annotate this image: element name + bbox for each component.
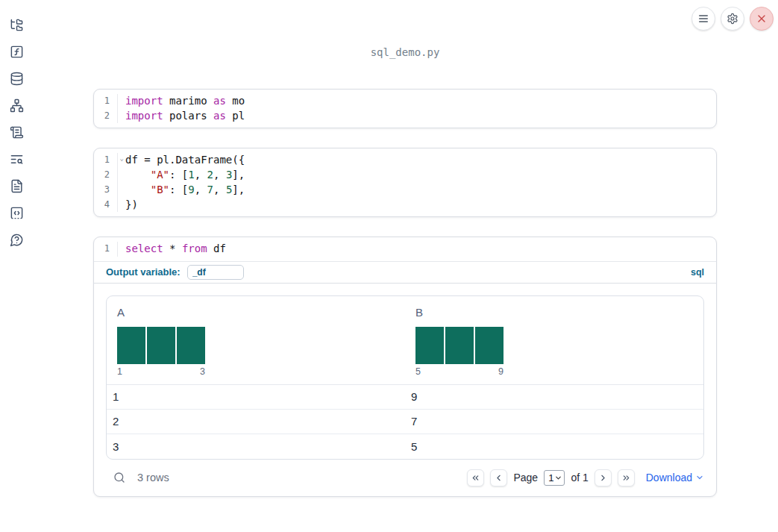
line-number: 1	[94, 94, 118, 109]
settings-button[interactable]	[721, 7, 744, 31]
chevron-left-icon	[494, 473, 503, 483]
code-line-row: 1⌄df = pl.DataFrame({	[94, 153, 716, 168]
table-row[interactable]: 27	[107, 410, 703, 434]
table-body: 192735	[107, 385, 703, 459]
text-search-icon	[10, 152, 24, 166]
histogram-bar	[117, 327, 145, 364]
column-histogram	[117, 327, 405, 364]
code-editor[interactable]: 1import marimo as mo2import polars as pl	[94, 90, 716, 128]
histogram-bar	[415, 327, 444, 364]
histogram-bar	[445, 327, 474, 364]
table-row[interactable]: 19	[107, 385, 703, 410]
histogram-bar	[147, 327, 175, 364]
page-label: Page	[513, 472, 538, 484]
code-line[interactable]: })	[118, 198, 138, 213]
sidebar-item-help[interactable]	[3, 226, 30, 253]
axis-max-label: 3	[200, 366, 205, 377]
code-line[interactable]: "A": [1, 2, 3],	[118, 168, 245, 183]
page-select[interactable]: 1	[544, 470, 565, 486]
sql-editor[interactable]: 1select * from df	[94, 237, 716, 261]
sidebar-item-dependency-graph[interactable]	[3, 92, 30, 119]
chevron-down-icon	[554, 474, 562, 482]
line-number: 3	[94, 183, 118, 198]
histogram-axis-labels: 13	[117, 366, 205, 377]
page-select-value: 1	[548, 472, 553, 484]
chevron-right-icon	[598, 473, 608, 483]
code-line[interactable]: import marimo as mo	[118, 94, 245, 109]
histogram-axis-labels: 59	[415, 366, 503, 377]
notebook-filename: sql_demo.py	[93, 0, 717, 58]
sidebar-item-snippets[interactable]	[3, 199, 30, 226]
code-square-icon	[10, 206, 24, 220]
code-line-row: 3 "B": [9, 7, 5],	[94, 183, 716, 198]
table-cell: 2	[107, 415, 405, 428]
line-number: 2	[94, 109, 118, 124]
code-line[interactable]: df = pl.DataFrame({	[118, 153, 245, 168]
prev-page-button[interactable]	[490, 469, 507, 486]
table-cell: 3	[107, 440, 405, 453]
histogram-bar	[177, 327, 205, 364]
code-editor[interactable]: 1⌄df = pl.DataFrame({2 "A": [1, 2, 3],3 …	[94, 148, 716, 216]
scroll-icon	[10, 125, 24, 140]
code-line[interactable]: select * from df	[118, 242, 226, 257]
dataframe-table: A13B59 192735	[106, 295, 704, 460]
axis-max-label: 9	[498, 366, 503, 377]
page-of-label: of 1	[571, 472, 588, 484]
hamburger-menu-icon	[697, 13, 709, 25]
column-header[interactable]: A	[117, 306, 405, 319]
line-number: 2	[94, 168, 118, 183]
line-number: 1	[94, 242, 118, 257]
sidebar-item-documentation[interactable]	[3, 145, 30, 172]
sidebar	[0, 0, 33, 532]
help-chat-icon	[10, 233, 24, 247]
column-histogram	[415, 327, 703, 364]
next-page-button[interactable]	[595, 469, 612, 486]
table-footer: 3 rows Page 1 of 1	[106, 469, 704, 486]
row-count: 3 rows	[137, 472, 169, 484]
column-header[interactable]: B	[415, 306, 703, 319]
table-cell: 5	[405, 440, 703, 453]
axis-min-label: 5	[415, 366, 421, 377]
shutdown-button[interactable]	[750, 7, 774, 31]
download-label: Download	[646, 472, 692, 484]
last-page-button[interactable]	[618, 469, 635, 486]
code-line[interactable]: "B": [9, 7, 5],	[118, 183, 245, 198]
language-badge: sql	[691, 267, 704, 278]
output-variable-row: Output variable: sql	[94, 261, 716, 283]
table-cell: 7	[405, 415, 703, 428]
code-line-row: 1import marimo as mo	[94, 94, 716, 109]
network-icon	[10, 98, 24, 113]
sidebar-item-file-explorer[interactable]	[3, 11, 30, 38]
axis-min-label: 1	[117, 366, 122, 377]
search-icon[interactable]	[113, 472, 125, 484]
table-cell: 9	[405, 390, 703, 403]
first-page-button[interactable]	[467, 469, 484, 486]
download-button[interactable]: Download	[646, 472, 704, 484]
file-text-icon	[10, 179, 24, 193]
sidebar-item-logs[interactable]	[3, 119, 30, 145]
code-line[interactable]: import polars as pl	[118, 109, 245, 124]
sidebar-item-scratchpad[interactable]	[3, 172, 30, 199]
code-line-row: 1select * from df	[94, 242, 716, 257]
output-variable-input[interactable]	[187, 265, 244, 280]
code-line-row: 2 "A": [1, 2, 3],	[94, 168, 716, 183]
gear-icon	[727, 13, 738, 25]
table-row[interactable]: 35	[107, 434, 703, 459]
code-line-row: 4})	[94, 198, 716, 213]
sidebar-item-data-sources[interactable]	[3, 65, 30, 92]
code-line-row: 2import polars as pl	[94, 109, 716, 124]
fold-chevron-icon[interactable]: ⌄	[120, 155, 124, 162]
code-cell-dataframe: 1⌄df = pl.DataFrame({2 "A": [1, 2, 3],3 …	[93, 148, 717, 217]
chevron-down-icon	[695, 473, 704, 482]
function-square-icon	[10, 45, 24, 59]
code-cell-imports: 1import marimo as mo2import polars as pl	[93, 89, 717, 128]
table-cell: 1	[107, 390, 405, 403]
line-number: 4	[94, 198, 118, 213]
chevrons-left-icon	[471, 473, 480, 483]
close-icon	[756, 13, 768, 25]
column-summary: B59	[405, 296, 703, 384]
sidebar-item-variables[interactable]	[3, 38, 30, 65]
menu-button[interactable]	[691, 7, 715, 31]
database-icon	[10, 72, 24, 86]
column-summary: A13	[107, 296, 405, 384]
